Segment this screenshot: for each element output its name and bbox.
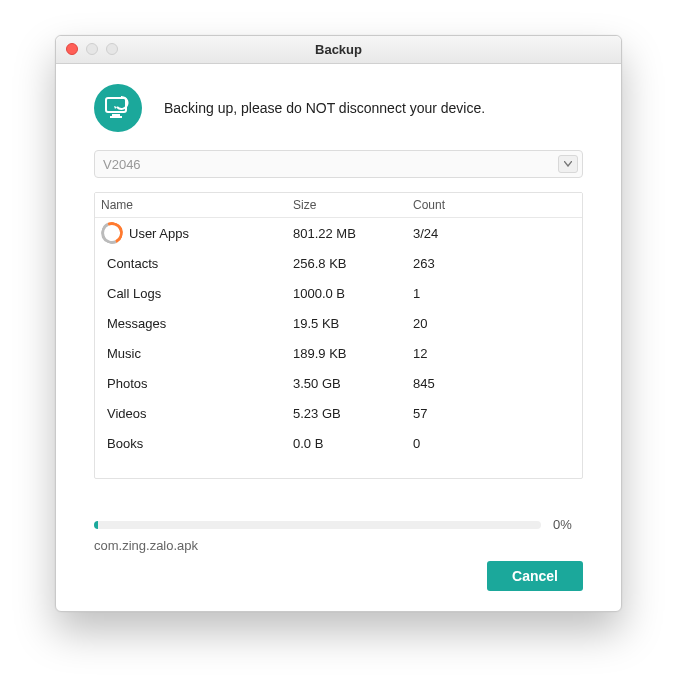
- row-size: 256.8 KB: [293, 256, 413, 271]
- row-name: Photos: [107, 376, 147, 391]
- row-count: 12: [413, 346, 582, 361]
- device-select[interactable]: V2046: [94, 150, 583, 178]
- row-count: 845: [413, 376, 582, 391]
- device-select-value: V2046: [103, 157, 141, 172]
- zoom-icon: [106, 43, 118, 55]
- cancel-button[interactable]: Cancel: [487, 561, 583, 591]
- table-row: Call Logs1000.0 B1: [95, 278, 582, 308]
- row-count: 57: [413, 406, 582, 421]
- col-name: Name: [95, 198, 293, 212]
- row-name: User Apps: [129, 226, 189, 241]
- row-name: Music: [107, 346, 141, 361]
- row-size: 0.0 B: [293, 436, 413, 451]
- row-count: 263: [413, 256, 582, 271]
- row-count: 1: [413, 286, 582, 301]
- chevron-down-icon: [558, 155, 578, 173]
- backup-window: Backup Backing up, please do NOT disconn…: [55, 35, 622, 612]
- minimize-icon: [86, 43, 98, 55]
- close-icon[interactable]: [66, 43, 78, 55]
- col-count: Count: [413, 198, 582, 212]
- table-row: Photos3.50 GB845: [95, 368, 582, 398]
- row-size: 3.50 GB: [293, 376, 413, 391]
- svg-rect-2: [110, 116, 122, 118]
- window-title: Backup: [315, 42, 362, 57]
- row-size: 19.5 KB: [293, 316, 413, 331]
- col-size: Size: [293, 198, 413, 212]
- row-size: 5.23 GB: [293, 406, 413, 421]
- row-size: 801.22 MB: [293, 226, 413, 241]
- backup-table: Name Size Count User Apps801.22 MB3/24Co…: [94, 192, 583, 479]
- row-name: Messages: [107, 316, 166, 331]
- progress-percent: 0%: [553, 517, 583, 532]
- row-count: 3/24: [413, 226, 582, 241]
- table-row: Music189.9 KB12: [95, 338, 582, 368]
- progress-bar: [94, 521, 541, 529]
- titlebar: Backup: [56, 36, 621, 64]
- table-row: Messages19.5 KB20: [95, 308, 582, 338]
- row-count: 20: [413, 316, 582, 331]
- table-row: Books0.0 B0: [95, 428, 582, 458]
- row-name: Contacts: [107, 256, 158, 271]
- row-size: 189.9 KB: [293, 346, 413, 361]
- current-file: com.zing.zalo.apk: [94, 538, 583, 553]
- svg-rect-1: [112, 114, 120, 116]
- row-count: 0: [413, 436, 582, 451]
- table-row: User Apps801.22 MB3/24: [95, 218, 582, 248]
- row-size: 1000.0 B: [293, 286, 413, 301]
- table-row: Contacts256.8 KB263: [95, 248, 582, 278]
- row-name: Books: [107, 436, 143, 451]
- row-name: Videos: [107, 406, 147, 421]
- status-message: Backing up, please do NOT disconnect you…: [164, 100, 485, 116]
- loading-spinner-icon: [98, 219, 126, 247]
- row-name: Call Logs: [107, 286, 161, 301]
- table-row: Videos5.23 GB57: [95, 398, 582, 428]
- svg-rect-0: [106, 98, 126, 112]
- backup-device-icon: [94, 84, 142, 132]
